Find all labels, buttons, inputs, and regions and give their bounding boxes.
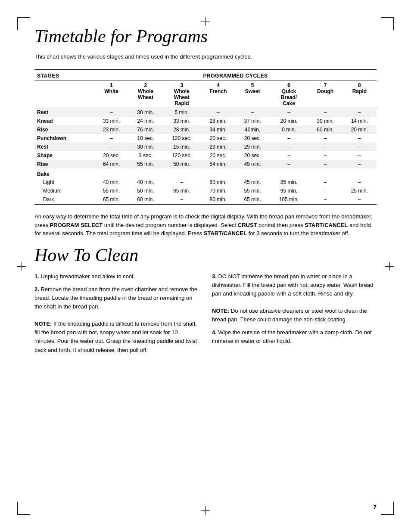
start-cancel-bold: START/CANCEL bbox=[305, 222, 348, 228]
data-cell: 20 sec. bbox=[201, 134, 235, 143]
data-cell: – bbox=[270, 151, 308, 160]
data-cell: – bbox=[308, 143, 342, 151]
col-3-header: 3WholeWheatRapid bbox=[163, 81, 201, 108]
data-cell: – bbox=[270, 160, 308, 168]
data-cell: 50 min. bbox=[163, 160, 201, 168]
data-cell: 28 min. bbox=[163, 125, 201, 134]
programmed-cycles-header: PROGRAMMED CYCLES bbox=[94, 70, 377, 81]
data-cell: – bbox=[94, 134, 128, 143]
crosshair-left bbox=[17, 262, 26, 271]
data-cell: 20 sec. bbox=[201, 151, 235, 160]
data-cell: 60 min. bbox=[308, 125, 342, 134]
data-cell: 76 min. bbox=[128, 125, 162, 134]
corner-mark-tl bbox=[17, 17, 30, 30]
data-cell: 120 sec. bbox=[163, 134, 201, 143]
data-cell: – bbox=[342, 134, 377, 143]
data-cell: 54 min. bbox=[201, 160, 235, 168]
data-cell: 80 min. bbox=[201, 195, 235, 204]
data-cell: 120 sec. bbox=[163, 151, 201, 160]
data-cell: – bbox=[270, 143, 308, 151]
data-cell: 65 min. bbox=[94, 195, 128, 204]
table-row: Rest–30 min.5 min.––––– bbox=[34, 108, 377, 117]
stage-cell: Rest bbox=[34, 143, 94, 151]
col-5-header: 5Sweet bbox=[235, 81, 269, 108]
clean-col-left: 1. Unplug breadmaker and allow to cool. … bbox=[34, 272, 199, 359]
table-row: Rise23 min.76 min.28 min.34 min.40min.0 … bbox=[34, 125, 377, 134]
table-row: Light40 min.40 min.–60 min.45 min.85 min… bbox=[34, 178, 377, 187]
col-8-header: 8Rapid bbox=[342, 81, 377, 108]
corner-mark-bl bbox=[17, 502, 30, 515]
data-cell: – bbox=[308, 160, 342, 168]
data-cell: 40min. bbox=[235, 125, 269, 134]
stages-header: STAGES bbox=[34, 70, 94, 81]
crust-bold: CRUST bbox=[238, 222, 257, 228]
table-row: Shape20 sec.3 sec.120 sec.20 sec.20 sec.… bbox=[34, 151, 377, 160]
data-cell: 28 min. bbox=[201, 117, 235, 125]
clean-step-1: 1. Unplug breadmaker and allow to cool. bbox=[34, 272, 199, 281]
data-cell: 5 min. bbox=[163, 108, 201, 117]
clean-list-right: 3. DO NOT immerse the bread pan in water… bbox=[212, 272, 377, 346]
col-6-header: 6QuickBread/Cake bbox=[270, 81, 308, 108]
step-4-num: 4. bbox=[212, 329, 217, 336]
stage-cell: Rest bbox=[34, 108, 94, 117]
data-cell: – bbox=[270, 134, 308, 143]
stage-cell: Medium bbox=[34, 187, 94, 195]
data-cell: – bbox=[342, 178, 377, 187]
data-cell: – bbox=[342, 160, 377, 168]
data-cell: 65 min. bbox=[235, 195, 269, 204]
data-cell: – bbox=[342, 108, 377, 117]
stage-cell: Dark bbox=[34, 195, 94, 204]
step-3-num: 3. bbox=[212, 273, 217, 280]
data-cell: – bbox=[235, 108, 269, 117]
data-cell: – bbox=[163, 178, 201, 187]
stage-cell: Rise bbox=[34, 125, 94, 134]
start-cancel-bold-2: START/CANCEL bbox=[204, 230, 247, 236]
stage-cell: Rise bbox=[34, 160, 94, 168]
stage-cell: Punchdown bbox=[34, 134, 94, 143]
data-cell: 20 sec. bbox=[94, 151, 128, 160]
data-cell: 49 min. bbox=[235, 160, 269, 168]
data-cell: 14 min. bbox=[342, 117, 377, 125]
data-cell: 64 min. bbox=[94, 160, 128, 168]
data-cell: 10 sec. bbox=[128, 134, 162, 143]
data-cell: – bbox=[308, 108, 342, 117]
data-cell: – bbox=[342, 151, 377, 160]
data-cell: – bbox=[163, 195, 201, 204]
clean-two-col: 1. Unplug breadmaker and allow to cool. … bbox=[34, 272, 377, 359]
data-cell: 40 min. bbox=[128, 178, 162, 187]
data-cell: 30 min. bbox=[128, 108, 162, 117]
data-cell: – bbox=[201, 108, 235, 117]
data-cell: – bbox=[94, 108, 128, 117]
data-cell: 60 min. bbox=[128, 195, 162, 204]
data-cell: 45 min. bbox=[235, 178, 269, 187]
data-cell: 24 min. bbox=[128, 117, 162, 125]
timetable-subtitle: This chart shows the various stages and … bbox=[34, 53, 377, 60]
table-row: Punchdown–10 sec.120 sec.20 sec.20 sec.–… bbox=[34, 134, 377, 143]
data-cell: – bbox=[308, 134, 342, 143]
data-cell: – bbox=[308, 151, 342, 160]
step-3-note-label: NOTE: bbox=[212, 308, 229, 314]
data-cell: 3 sec. bbox=[128, 151, 162, 160]
timetable-title: Timetable for Programs bbox=[34, 26, 377, 47]
col-7-header: 7Dough bbox=[308, 81, 342, 108]
bake-label: Bake bbox=[34, 168, 377, 178]
data-cell: – bbox=[270, 108, 308, 117]
data-cell: 60 min. bbox=[201, 178, 235, 187]
step-2-num: 2. bbox=[34, 286, 39, 292]
table-header-row: STAGES PROGRAMMED CYCLES bbox=[34, 70, 377, 81]
data-cell: 30 min. bbox=[308, 117, 342, 125]
stage-cell: Knead bbox=[34, 117, 94, 125]
col-4-header: 4French bbox=[201, 81, 235, 108]
crosshair-top bbox=[201, 17, 210, 26]
data-cell: 55 min. bbox=[235, 187, 269, 195]
body-paragraph: An easy way to determine the total time … bbox=[34, 212, 377, 238]
data-cell: – bbox=[308, 178, 342, 187]
table-row: Rest–30 min.15 min.29 min.29 min.––– bbox=[34, 143, 377, 151]
clean-step-2: 2. Remove the bread pan from the oven ch… bbox=[34, 285, 199, 355]
data-cell: 33 min. bbox=[163, 117, 201, 125]
data-cell: 33 min. bbox=[94, 117, 128, 125]
data-cell: 95 min. bbox=[270, 187, 308, 195]
corner-mark-tr bbox=[381, 17, 394, 30]
data-cell: 65 min. bbox=[163, 187, 201, 195]
table-row: Rise64 min.55 min.50 min.54 min.49 min.–… bbox=[34, 160, 377, 168]
